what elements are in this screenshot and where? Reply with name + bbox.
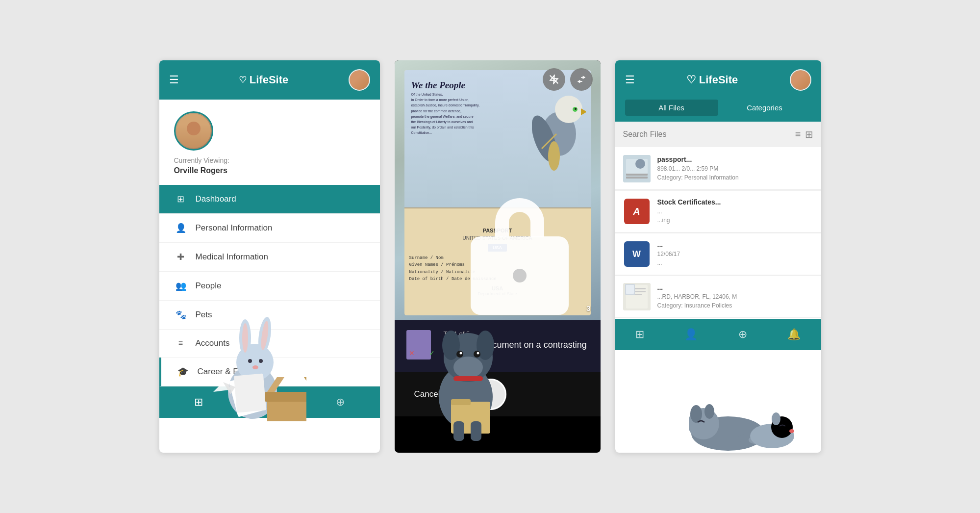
svg-rect-21 [626, 285, 634, 294]
passport-mrz-line1: Surname / Nom [409, 255, 586, 261]
sidebar-item-label: Career & Education [198, 367, 270, 377]
word-doc-icon: W [624, 241, 650, 267]
graduation-icon: 🎓 [176, 366, 190, 377]
grid-view-icon[interactable]: ⊞ [805, 128, 813, 140]
sidebar-item-label: Pets [196, 310, 212, 320]
file-meta-passport: 898.01... 2/0... 2:59 PM [657, 164, 813, 173]
file-thumbnail-passport [623, 155, 651, 182]
view-toggle-icons: ≡ ⊞ [795, 128, 813, 140]
passport-country-label: PASSPORT [409, 228, 586, 233]
sidebar-item-career-education[interactable]: 🎓 Career & Education [159, 358, 380, 386]
files-bottom-person-icon[interactable]: 👤 [684, 328, 698, 341]
passport-data-section: PASSPORT UNITED STATES OF AMERICA USA Su… [404, 207, 591, 315]
files-avatar-face [791, 70, 810, 90]
passport-mrz-line4: Date of birth / Date de naissance [409, 276, 586, 282]
tip-document-icon [406, 330, 431, 359]
file-category-insurance: Category: Insurance Policies [657, 301, 813, 310]
bottom-grid-icon[interactable]: ⊞ [194, 396, 203, 409]
dashboard-icon: ⊞ [174, 194, 188, 205]
passport-dept-label: Department of State [409, 291, 586, 296]
people-icon: 👥 [174, 281, 188, 291]
files-bottom-bell-icon[interactable]: 🔔 [787, 328, 801, 341]
sidebar-item-dashboard[interactable]: ⊞ Dashboard [159, 185, 380, 214]
svg-rect-13 [626, 174, 648, 176]
bottom-person-icon[interactable]: 👤 [263, 396, 276, 409]
sidebar-item-label: People [196, 281, 222, 291]
usa-emblem: USA [409, 244, 586, 252]
passport-mrz-line2: Given Names / Prénoms [409, 261, 586, 268]
file-item-passport[interactable]: passport... 898.01... 2/0... 2:59 PM Cat… [615, 148, 821, 190]
files-logo: ♡ LifeSite [686, 74, 738, 86]
user-avatar-face [176, 114, 211, 148]
files-bottom-bar: ⊞ 👤 ⊕ 🔔 [615, 319, 821, 350]
file-item-stock-certificates[interactable]: A Stock Certificates... ... ...ing [615, 191, 821, 232]
list-view-icon[interactable]: ≡ [795, 128, 801, 140]
files-panel: ☰ ♡ LifeSite All Files Categories ≡ ⊞ [615, 60, 821, 453]
shutter-button[interactable] [475, 379, 506, 410]
files-hamburger-icon[interactable]: ☰ [625, 75, 635, 85]
search-files-input[interactable] [623, 130, 790, 139]
avatar-face [350, 70, 369, 90]
bottom-add-icon[interactable]: ⊕ [336, 396, 345, 409]
svg-marker-2 [581, 108, 586, 115]
currently-viewing-label: Currently Viewing: [174, 156, 229, 164]
files-header-avatar[interactable] [790, 69, 811, 91]
files-bottom-add-icon[interactable]: ⊕ [738, 328, 747, 341]
files-bottom-grid-icon[interactable]: ⊞ [635, 328, 644, 341]
nav-sidebar: ☰ ♡ LifeSite Currently Viewing: Orville … [159, 60, 380, 453]
sidebar-item-pets[interactable]: 🐾 Pets [159, 301, 380, 330]
file-item-word-doc[interactable]: W ... 12/06/17 ... [615, 233, 821, 275]
file-name-word: ... [657, 241, 813, 249]
passport-title: We the People [411, 80, 527, 91]
files-header: ☰ ♡ LifeSite [615, 60, 821, 100]
camera-viewfinder: We the People Of the United States, In O… [395, 60, 601, 320]
file-meta-insurance: ...RD, HARBOR, FL, 12406, M [657, 292, 813, 301]
sidebar-item-medical-information[interactable]: ✚ Medical Information [159, 243, 380, 272]
checkmark-icon: ✓ [429, 349, 435, 357]
file-thumbnail-insurance [623, 283, 651, 310]
sidebar-item-accounts[interactable]: ≡ Accounts [159, 330, 380, 358]
passport-country-footer: USA [409, 285, 586, 291]
passport-country-name: UNITED STATES OF AMERICA [409, 235, 586, 241]
file-info-word: ... 12/06/17 ... [657, 241, 813, 267]
files-logo-heart-icon: ♡ [686, 74, 696, 86]
file-info-stock: Stock Certificates... ... ...ing [657, 198, 813, 225]
files-app-name: LifeSite [699, 74, 738, 86]
svg-rect-14 [626, 177, 648, 179]
accounts-icon: ≡ [174, 339, 188, 348]
scanned-document: We the People Of the United States, In O… [404, 70, 591, 315]
files-list: passport... 898.01... 2/0... 2:59 PM Cat… [615, 148, 821, 318]
file-meta-stock: ... [657, 207, 813, 216]
svg-point-12 [635, 159, 645, 169]
sidebar-item-label: Medical Information [196, 252, 268, 262]
svg-point-4 [575, 108, 577, 110]
sidebar-item-people[interactable]: 👥 People [159, 272, 380, 301]
svg-point-6 [548, 141, 560, 171]
tab-all-files[interactable]: All Files [625, 100, 718, 116]
file-category-stock: ...ing [657, 216, 813, 225]
file-info-insurance: ... ...RD, HARBOR, FL, 12406, M Category… [657, 283, 813, 310]
file-item-insurance[interactable]: ... ...RD, HARBOR, FL, 12406, M Category… [615, 276, 821, 318]
tip-text: Place the document on a contrasting back… [444, 339, 589, 362]
camera-scanner-panel: We the People Of the United States, In O… [395, 60, 601, 453]
person-icon: 👤 [174, 223, 188, 233]
file-info-passport: passport... 898.01... 2/0... 2:59 PM Cat… [657, 155, 813, 182]
eagle-illustration [532, 80, 586, 178]
sidebar-item-personal-information[interactable]: 👤 Personal Information [159, 214, 380, 243]
passport-preamble-text: Of the United States, In Order to form a… [411, 92, 527, 136]
svg-point-1 [555, 96, 582, 123]
hamburger-menu-icon[interactable]: ☰ [169, 75, 179, 85]
sidebar-item-label: Dashboard [196, 194, 236, 204]
file-name-stock: Stock Certificates... [657, 198, 813, 206]
header-avatar[interactable] [349, 69, 370, 91]
tab-categories[interactable]: Categories [718, 100, 811, 116]
passport-mrz-line3: Nationality / Nationalité [409, 269, 586, 276]
file-thumbnail-pdf: A [623, 198, 651, 225]
paw-icon: 🐾 [174, 309, 188, 320]
file-name-insurance: ... [657, 283, 813, 291]
cancel-button[interactable]: Cancel [414, 389, 440, 399]
files-tabs-row: All Files Categories [615, 100, 821, 122]
file-meta-word: 12/06/17 [657, 250, 813, 258]
tip-icon: ✓ [406, 330, 436, 359]
sidebar-item-label: Personal Information [196, 223, 273, 233]
